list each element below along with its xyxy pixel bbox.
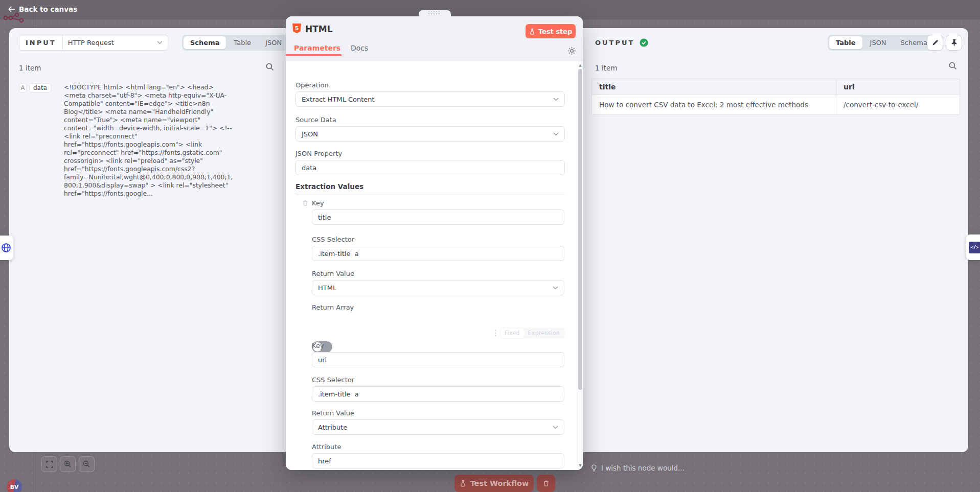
kebab-menu-icon[interactable] [494,330,496,337]
scroll-down-icon[interactable]: ▼ [577,463,583,467]
output-panel: OUTPUT Table JSON Schema 1 item title ur… [578,28,968,452]
operation-value: Extract HTML Content [302,96,375,103]
attribute-value: href [318,457,331,465]
input-items-count: 1 item [19,64,41,72]
return-value-value: HTML [318,284,336,292]
extraction2-attribute-field: Attribute href [312,443,564,468]
pin-data-button[interactable] [946,35,962,51]
trash-icon [543,480,550,487]
input-tab-json[interactable]: JSON [259,36,288,49]
parameter-mode-row: Fixed Expression [286,327,565,339]
arrow-left-icon [8,6,15,12]
zoom-to-fit-icon [46,461,53,468]
zoom-in-icon [64,460,72,468]
zoom-out-icon [83,460,90,468]
css-selector-input[interactable]: .item-title a [312,386,564,402]
node-feedback-link[interactable]: I wish this node would... [591,464,685,472]
next-node-tab[interactable]: </> [966,235,980,260]
n8n-node-details-view: Back to canvas BV Test Workflow I wish t… [0,0,980,492]
return-array-label: Return Array [312,303,354,311]
key-input[interactable]: title [312,209,564,225]
tab-docs[interactable]: Docs [351,44,368,52]
scrollbar-thumb[interactable] [578,69,582,390]
json-property-field: JSON Property data [295,150,565,175]
zoom-in-button[interactable] [60,456,76,472]
return-value-label: Return Value [312,270,564,277]
schema-key-badge[interactable]: data [29,83,51,92]
chevron-down-icon [157,41,163,44]
node-title: HTML [305,24,333,34]
modal-header: 5 HTML Test step Parameters Docs [286,16,583,61]
input-tab-table[interactable]: Table [227,36,258,49]
output-items-count: 1 item [595,64,617,72]
prev-node-tab[interactable] [0,236,13,260]
node-feedback-label: I wish this node would... [601,464,685,472]
input-source-selector[interactable]: INPUT HTTP Request [19,35,168,51]
json-property-input[interactable]: data [295,160,565,175]
active-tab-underline [286,54,341,56]
back-to-canvas-button[interactable]: Back to canvas [8,5,77,13]
output-table: title url How to convert CSV data to Exc… [591,79,960,115]
json-property-value: data [302,164,316,172]
delete-extraction-icon[interactable] [302,200,308,206]
pencil-icon [932,39,939,46]
output-search-icon[interactable] [949,62,957,70]
grip-dots-icon [428,11,441,15]
output-column-header[interactable]: title [592,79,836,95]
html5-node-icon: 5 [292,24,301,33]
json-property-label: JSON Property [295,150,565,157]
edit-output-button[interactable] [927,35,943,51]
code-node-icon: </> [969,242,980,253]
css-selector-input[interactable]: .item-title a [312,246,564,261]
node-settings-gear-icon[interactable] [567,46,576,55]
schema-data-row[interactable]: A data [19,83,51,92]
return-value-label: Return Value [312,409,564,417]
zoom-out-button[interactable] [79,456,95,472]
test-workflow-label: Test Workflow [470,479,529,487]
modal-scrollbar[interactable]: ▲ ▼ [577,61,583,470]
extraction1-return-value-field: Return Value HTML [312,270,564,295]
key-label: Key [312,199,564,207]
input-view-tabs: Schema Table JSON [182,35,290,51]
return-value-select[interactable]: HTML [312,280,564,295]
chevron-down-icon [553,132,559,136]
tab-parameters[interactable]: Parameters [294,44,340,52]
test-workflow-button[interactable]: Test Workflow [454,475,534,492]
output-cell-title: How to convert CSV data to Excel: 2 most… [592,95,836,114]
schema-type-badge: A [19,83,27,92]
attribute-label: Attribute [312,443,564,451]
css-selector-value: .item-title a [318,390,359,398]
key-input[interactable]: url [312,352,564,367]
flask-icon [460,480,466,487]
input-panel: INPUT HTTP Request Schema Table JSON 1 i… [9,28,295,452]
input-source-value: HTTP Request [68,39,114,46]
source-data-field: Source Data JSON [295,116,565,142]
expression-option[interactable]: Expression [524,329,564,338]
output-tab-json[interactable]: JSON [863,36,893,49]
source-data-select[interactable]: JSON [295,126,565,142]
user-avatar[interactable]: BV [7,479,22,492]
globe-icon [1,243,11,253]
parameters-pane: Operation Extract HTML Content Source Da… [286,61,583,470]
chevron-down-icon [553,286,558,290]
modal-drag-handle[interactable] [419,10,451,16]
zoom-to-fit-button[interactable] [41,456,57,472]
test-step-button[interactable]: Test step [526,24,576,38]
input-tab-schema[interactable]: Schema [184,36,226,49]
operation-label: Operation [295,81,565,89]
input-search-icon[interactable] [266,63,274,71]
input-source-select[interactable]: HTTP Request [63,35,168,50]
output-column-header[interactable]: url [836,79,960,95]
output-tab-table[interactable]: Table [829,36,862,49]
delete-node-button[interactable] [537,475,555,492]
scroll-up-icon[interactable]: ▲ [577,63,583,67]
fixed-option[interactable]: Fixed [500,329,524,338]
return-value-select[interactable]: Attribute [312,419,564,435]
output-table-header-row: title url [592,79,960,95]
key-label: Key [312,342,564,349]
css-selector-label: CSS Selector [312,236,564,243]
extraction1-return-array-field: Return Array [312,303,354,314]
attribute-input[interactable]: href [312,453,564,468]
operation-select[interactable]: Extract HTML Content [295,91,565,107]
fixed-expression-toggle[interactable]: Fixed Expression [499,327,565,339]
